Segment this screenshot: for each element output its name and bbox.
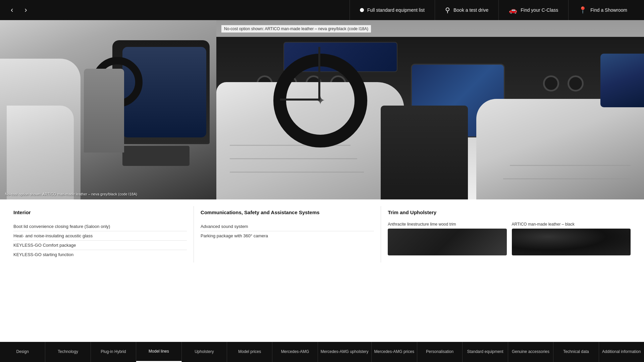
interior-image-left: No-cost option shown: ARTICO man-made le…	[0, 20, 216, 199]
communications-title: Communications, Safety and Assistance Sy…	[201, 209, 374, 218]
find-showroom-label: Find a Showroom	[590, 7, 627, 13]
trim-title: Trim and Upholstery	[388, 209, 631, 218]
communications-spec-column: Communications, Safety and Assistance Sy…	[194, 206, 381, 262]
trim-item-leather: ARTICO man-made leather – black	[512, 222, 631, 255]
prev-arrow[interactable]: ‹	[7, 3, 17, 17]
images-section: No-cost option shown: ARTICO man-made le…	[0, 20, 644, 199]
image-caption-right: No-cost option shown: ARTICO man-made le…	[221, 25, 371, 33]
trim-item-wood: Anthracite linestructure lime wood trim	[388, 222, 506, 255]
communications-item-1: Parking package with 360° camera	[201, 231, 374, 240]
specs-section: Interior Boot lid convenience closing fe…	[0, 199, 644, 269]
find-c-class-link[interactable]: 🚗 Find your C-Class	[498, 0, 568, 20]
interior-item-2: KEYLESS-GO Comfort package	[13, 241, 187, 250]
trim-swatch2-label: ARTICO man-made leather – black	[512, 222, 631, 227]
full-standard-link[interactable]: Full standard equipment list	[350, 0, 435, 20]
nav-arrows: ‹ ›	[7, 3, 31, 17]
interior-image-right: ✦	[216, 20, 644, 199]
interior-item-1: Heat- and noise-insulating acoustic glas…	[13, 231, 187, 241]
full-standard-label: Full standard equipment list	[367, 7, 425, 13]
interior-item-0: Boot lid convenience closing feature (Sa…	[13, 222, 187, 231]
interior-title: Interior	[13, 209, 187, 218]
car-icon: 🚗	[509, 6, 517, 14]
interior-spec-column: Interior Boot lid convenience closing fe…	[7, 206, 194, 262]
trim-spec-column: Trim and Upholstery Anthracite linestruc…	[381, 206, 637, 262]
interior-item-3: KEYLESS-GO starting function	[13, 250, 187, 259]
trim-swatch-leather	[512, 229, 631, 255]
top-navigation: ‹ › Full standard equipment list ⚲ Book …	[0, 0, 644, 20]
dot-icon	[360, 8, 364, 12]
trim-pairs: Anthracite linestructure lime wood trim …	[388, 222, 631, 255]
trim-swatch-dark	[388, 229, 506, 255]
location-pin-icon: 📍	[579, 6, 587, 14]
main-content: No-cost option shown: ARTICO man-made le…	[0, 20, 644, 269]
find-c-class-label: Find your C-Class	[521, 7, 558, 13]
steering-wheel-icon: ⚲	[445, 6, 450, 14]
communications-item-0: Advanced sound system	[201, 222, 374, 231]
nav-links: Full standard equipment list ⚲ Book a te…	[350, 0, 637, 20]
image-caption-left: No-cost option shown: ARTICO man-made le…	[5, 192, 137, 196]
book-test-drive-link[interactable]: ⚲ Book a test drive	[435, 0, 498, 20]
next-arrow[interactable]: ›	[20, 3, 31, 17]
interior-right-bg: ✦	[216, 20, 644, 199]
trim-swatch1-label: Anthracite linestructure lime wood trim	[388, 222, 506, 227]
find-showroom-link[interactable]: 📍 Find a Showroom	[568, 0, 637, 20]
book-test-drive-label: Book a test drive	[453, 7, 488, 13]
interior-left-bg	[0, 20, 216, 199]
